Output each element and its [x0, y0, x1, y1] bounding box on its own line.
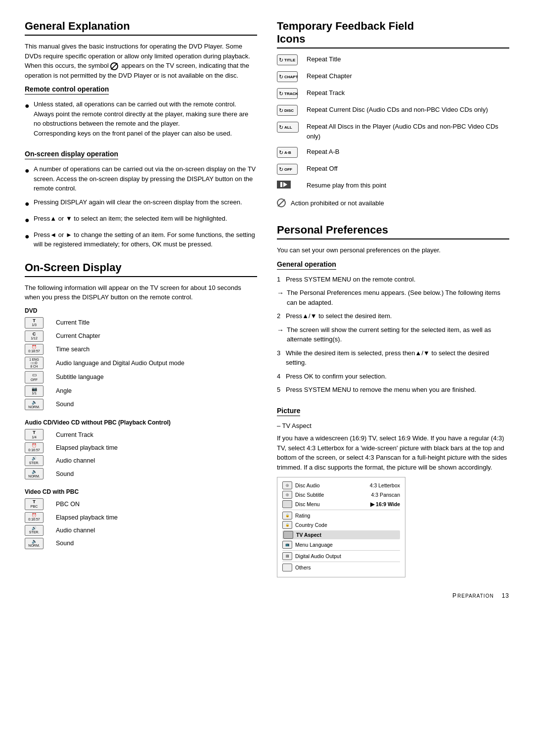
resume-row: Resume play from this point	[277, 181, 509, 190]
page-layout: General Explanation This manual gives th…	[25, 20, 509, 599]
menu-row-rating: 🔒 Rating	[282, 512, 400, 520]
general-operation-subtitle: General operation	[277, 260, 336, 270]
repeat-all-row: ↻ ALL Repeat All Discs in the Player (Au…	[277, 122, 509, 141]
menu-row-disc-menu: Disc Menu ▶ 16:9 Wide	[282, 500, 400, 508]
menu-row-disc-audio: ◎ Disc Audio 4:3 Letterbox	[282, 481, 400, 489]
disc-menu-icon	[282, 500, 292, 508]
country-label: Country Code	[295, 522, 400, 528]
osd-icon-elapsed2: ⏰ 0:16:57	[25, 512, 52, 523]
page-footer: PREPARATION 13	[277, 592, 509, 599]
repeat-chapt-row: ↻ CHAPT Repeat Chapter	[277, 71, 509, 82]
disc-audio-icon: ◎	[282, 481, 292, 489]
step-num-4: 4	[277, 372, 286, 381]
osd-desc-subtitle: Subtitle language	[56, 374, 104, 380]
osd-icon-audioch2: 🔊 STER.	[25, 525, 52, 536]
general-explanation-section: General Explanation This manual gives th…	[25, 20, 257, 249]
disc-subtitle-label: Disc Subtitle	[295, 492, 368, 498]
digital-audio-label: Digital Audio Output	[295, 553, 400, 559]
subtitle-icon: ▭ OFF	[25, 371, 44, 383]
step-arrow-1: → The Personal Preferences menu appears.…	[277, 288, 509, 307]
osd-row-elapsed: ⏰ 0:16:57 Elapsed playback time	[25, 442, 257, 453]
osd-icon-title: T 1/3	[25, 317, 52, 329]
disc-menu-value: ▶ 16:9 Wide	[370, 501, 400, 507]
bullet-dot-5: ●	[25, 231, 34, 242]
others-icon	[282, 564, 292, 571]
osd-row-pbc: T PBC PBC ON	[25, 498, 257, 510]
osd-row-angle: 📷 1/1 Angle	[25, 385, 257, 397]
page-number: 13	[502, 592, 509, 599]
repeat-disc-desc: Repeat Current Disc (Audio CDs and non-P…	[307, 105, 509, 115]
angle-icon: 📷 1/1	[25, 385, 44, 397]
resume-bar	[280, 182, 282, 187]
menu-lang-icon: 📺	[282, 541, 292, 549]
repeat-disc-row: ↻ DISC Repeat Current Disc (Audio CDs an…	[277, 105, 509, 116]
right-column: Temporary Feedback Field Icons ↻ TITLE R…	[277, 20, 509, 599]
personal-preferences-title: Personal Preferences	[277, 224, 509, 239]
tv-aspect-icon	[283, 531, 293, 539]
repeat-track-row: ↻ TRACK Repeat Track	[277, 88, 509, 99]
osd-icon-angle: 📷 1/1	[25, 385, 52, 397]
osd-icon-subtitle: ▭ OFF	[25, 371, 52, 383]
osd-row-chapter: C 1/12 Current Chapter	[25, 331, 257, 342]
osd-desc-time: Time search	[56, 346, 89, 353]
repeat-title-icon: ↻ TITLE	[277, 54, 298, 65]
sound-icon: 🔈 NORM.	[25, 399, 44, 410]
repeat-off-row: ↻ OFF Repeat Off	[277, 164, 509, 175]
vcd-osd-section: Video CD with PBC T PBC PBC ON	[25, 488, 257, 549]
osd-desc-pbc: PBC ON	[56, 501, 80, 508]
repeat-disc-icon-cell: ↻ DISC	[277, 105, 307, 116]
step-num-3: 3	[277, 348, 286, 358]
osd-desc-chapter: Current Chapter	[56, 332, 100, 339]
audio-cd-osd-grid: T 1/4 Current Track ⏰ 0:16:57	[25, 429, 257, 479]
track-icon: T 1/4	[25, 429, 44, 440]
repeat-track-icon-cell: ↻ TRACK	[277, 88, 307, 99]
bullet-item-5: ● Press◄ or ► to change the setting of a…	[25, 230, 257, 249]
picture-menu-box: ◎ Disc Audio 4:3 Letterbox ◎ Disc Subtit…	[277, 477, 405, 577]
sound3-icon: 🔈 NORM.	[25, 538, 44, 549]
step-num-1: 1	[277, 275, 286, 284]
disc-audio-value: 4:3 Letterbox	[370, 482, 400, 488]
osd-desc-sound3: Sound	[56, 540, 74, 547]
audioch-icon: 🔊 STER.	[25, 455, 44, 466]
osd-row-audio: 1 ENG □□O 8 CH Audio language and Digita…	[25, 357, 257, 369]
tv-aspect-label: TV Aspect	[296, 532, 399, 538]
pbc-icon: T PBC	[25, 498, 44, 510]
menu-row-country: 🔒 Country Code	[282, 521, 400, 529]
repeat-off-icon-cell: ↻ OFF	[277, 164, 307, 175]
chapter-icon: C 1/12	[25, 331, 44, 342]
bullet-dot-2: ●	[25, 165, 34, 177]
resume-icon-cell	[277, 181, 307, 189]
disc-menu-label: Disc Menu	[295, 501, 367, 507]
remote-control-subtitle: Remote control operation	[25, 85, 109, 94]
on-screen-display-title: On-Screen Display	[25, 261, 257, 277]
onscreen-display-section: On-screen display operation ● A number o…	[25, 150, 257, 249]
temp-feedback-grid: ↻ TITLE Repeat Title ↻ CHAPT Repeat Cha	[277, 54, 509, 212]
personal-preferences-section: Personal Preferences You can set your ow…	[277, 224, 509, 577]
osd-row-title: T 1/3 Current Title	[25, 317, 257, 329]
bullet-dot-3: ●	[25, 198, 34, 210]
osd-row-track: T 1/4 Current Track	[25, 429, 257, 440]
osd-desc-title: Current Title	[56, 319, 89, 326]
step-text-5: Press SYSTEM MENU to remove the menu whe…	[286, 385, 476, 395]
step-1: 1 Press SYSTEM MENU on the remote contro…	[277, 275, 509, 284]
repeat-ab-icon: ↻ A·B	[277, 147, 298, 158]
repeat-disc-icon: ↻ DISC	[277, 105, 298, 116]
dvd-osd-section: DVD T 1/3 Current Title	[25, 307, 257, 411]
step-text-1: Press SYSTEM MENU on the remote control.	[286, 275, 415, 284]
disc-subtitle-icon: ◎	[282, 491, 292, 499]
preparation-label: PREPARATION	[452, 592, 494, 599]
osd-icon-time: ⏰ 0:18:57	[25, 344, 52, 355]
menu-row-menu-lang: 📺 Menu Language	[282, 541, 400, 549]
prohibited-desc: Action prohibited or not available	[291, 198, 509, 208]
others-label: Others	[295, 565, 400, 570]
osd-icon-sound3: 🔈 NORM.	[25, 538, 52, 549]
repeat-ab-desc: Repeat A-B	[307, 147, 509, 157]
osd-row-sound2: 🔈 NORM. Sound	[25, 468, 257, 479]
step-arrow-text-1: The Personal Preferences menu appears. (…	[287, 288, 509, 307]
country-icon: 🔒	[282, 521, 292, 529]
on-screen-display-section: On-Screen Display The following informat…	[25, 261, 257, 549]
osd-icon-sound: 🔈 NORM.	[25, 399, 52, 410]
step-2: 2 Press▲/▼ to select the desired item.	[277, 311, 509, 321]
dvd-label: DVD	[25, 307, 257, 314]
repeat-ab-icon-cell: ↻ A·B	[277, 147, 307, 158]
